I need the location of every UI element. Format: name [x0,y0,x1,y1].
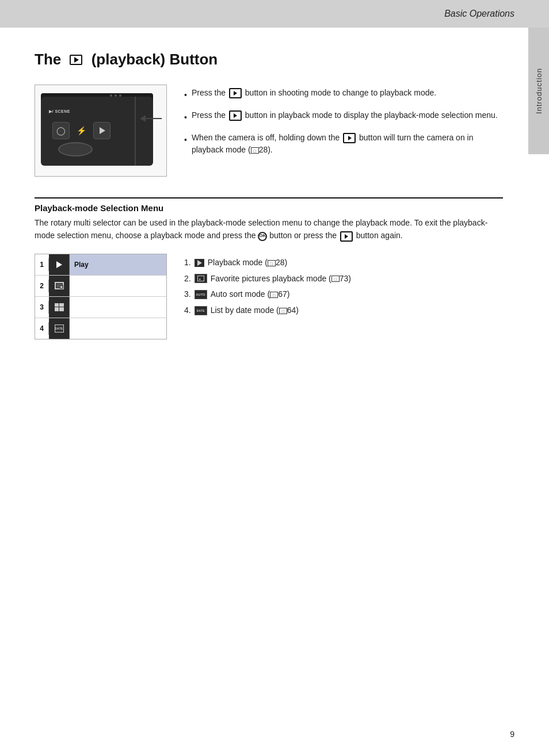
date-text-icon: DATE [197,308,205,314]
header-bar: Basic Operations [0,0,549,28]
playback-description: The rotary multi selector can be used in… [35,216,503,242]
mode-list-item-4: 4. DATE List by date mode (□64) [184,304,503,318]
cam-vert-line [135,97,136,166]
menu-number-1: 1 [35,258,49,271]
menu-label-2 [70,276,166,296]
bullet-text-2: Press the button in playback mode to dis… [192,109,503,124]
mode-icon-fav [195,274,207,283]
book-ref-b3: □ [251,147,259,154]
top-section: ▶/ SCENE ◯ ⚡ [35,85,503,177]
mode-list-item-1: 1. Playback mode (□28) [184,256,503,270]
mode-number-3: 3. [184,288,191,301]
cam-play-triangle-icon [100,127,105,134]
cam-body: ▶/ SCENE ◯ ⚡ [41,97,153,166]
book-ref-m1: □ [268,260,276,266]
mode-tri-icon-1 [197,260,202,266]
tri-b2 [234,113,237,118]
mode-list-item-3: 3. AUTO Auto sort mode (□67) [184,288,503,301]
autosort-text-icon: AUTO [196,292,205,297]
header-title: Basic Operations [444,9,514,19]
section-divider [35,197,503,198]
book-ref-m2: □ [331,276,340,282]
camera-illustration: ▶/ SCENE ◯ ⚡ [35,85,167,177]
grid-cell-4 [59,307,64,311]
menu-label-1: Play [70,254,166,275]
mode-number-4: 4. [184,304,191,318]
mode-icon-play [195,259,204,267]
fav-star: ★ [59,285,63,289]
cam-arrow-head-icon [140,115,146,122]
play-icon-b1 [229,88,242,98]
page-title: The (playback) Button [35,51,503,68]
book-ref-m4: □ [279,308,287,314]
page-title-prefix: The [35,51,65,68]
play-icon-desc [340,231,353,242]
cam-dial [58,142,93,156]
book-ref-m3: □ [270,292,278,298]
bullet-list: • Press the button in shooting mode to c… [184,85,503,164]
tri-desc [345,234,348,239]
play-icon-b2 [229,110,242,121]
cam-arrow [140,115,162,122]
mode-number-1: 1. [184,256,191,270]
grid-cell-2 [59,303,64,307]
cam-btn-row: ◯ ⚡ [52,122,110,139]
playback-title-icon [70,55,82,65]
camera-icon: ◯ [56,126,66,135]
menu-icon-4: DATE [49,318,70,339]
menu-label-4 [70,318,166,339]
page-number: 9 [510,730,514,739]
menu-row-1: 1 Play [35,254,166,276]
date-text: DATE [55,327,63,330]
menu-icon-2: ★ [49,276,70,296]
date-mode-icon: DATE [55,324,64,333]
bullet-text-1: Press the button in shooting mode to cha… [192,87,503,101]
bullet-item-2: • Press the button in playback mode to d… [184,109,503,124]
play-mode-icon [56,261,62,268]
side-tab: Introduction [528,28,549,154]
menu-number-3: 3 [35,301,49,314]
tri-b3 [348,136,352,140]
playback-section-title: Playback-mode Selection Menu [35,203,503,213]
page-title-suffix: (playback) Button [87,51,218,68]
playback-section: Playback-mode Selection Menu The rotary … [35,203,503,242]
bullet-dot-1: • [184,89,187,101]
ok-button-icon: OK [258,232,267,241]
bullet-item-3: • When the camera is off, holding down t… [184,132,503,156]
mode-list-item-2: 2. Favorite pictures playback mode (□73) [184,272,503,286]
play-triangle-icon [74,57,79,63]
grid-cell-3 [55,307,59,311]
menu-row-3: 3 [35,297,166,318]
menu-row-4: 4 DATE [35,318,166,339]
cam-btn-camera: ◯ [52,122,70,139]
bullet-text-3: When the camera is off, holding down the… [192,132,503,156]
menu-icon-3 [49,297,70,318]
fav-inner-icon [197,276,204,281]
bullet-item-1: • Press the button in shooting mode to c… [184,87,503,101]
bullet-dot-3: • [184,134,187,156]
cam-mode-label: ▶/ SCENE [49,109,70,114]
menu-diagram: 1 Play 2 ★ [35,254,167,339]
mode-list: 1. Playback mode (□28) 2. Favorite pictu… [184,254,503,320]
tri-b1 [234,91,237,96]
mode-icon-date: DATE [195,306,207,315]
mode-text-2: Favorite pictures playback mode (□73) [211,272,351,286]
menu-section: 1 Play 2 ★ [35,254,503,339]
grid-cell-1 [55,303,59,307]
menu-number-2: 2 [35,280,49,292]
mode-text-4: List by date mode (□64) [211,304,299,318]
mode-text-1: Playback mode (□28) [208,256,288,270]
page: Basic Operations Introduction The (playb… [0,0,549,756]
play-icon-b3 [343,133,356,143]
lightning-icon: ⚡ [75,126,87,135]
menu-label-3 [70,297,166,318]
cam-play-button [93,122,110,139]
main-content: The (playback) Button [0,28,549,362]
cam-arrow-line [146,118,162,119]
mode-text-3: Auto sort mode (□67) [211,288,290,301]
fav-mode-icon: ★ [55,282,64,289]
bullet-dot-2: • [184,112,187,124]
menu-number-4: 4 [35,322,49,335]
menu-row-2: 2 ★ [35,276,166,297]
side-tab-label: Introduction [535,68,543,114]
